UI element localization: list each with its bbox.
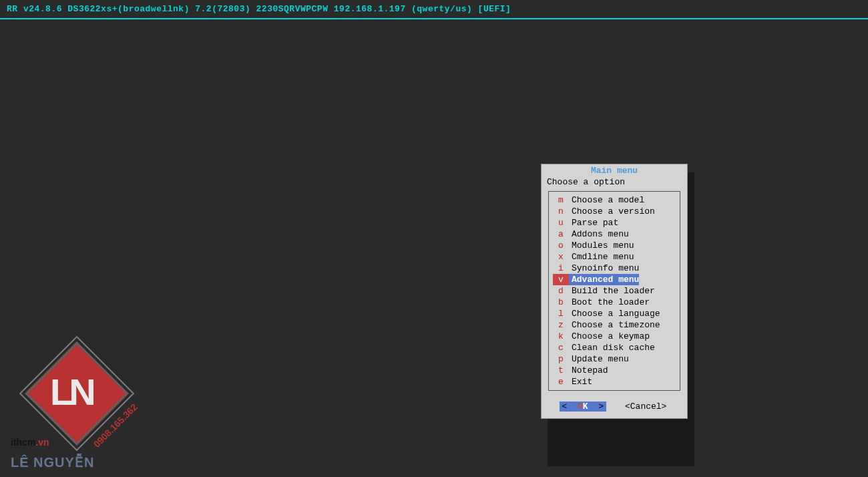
menu-item-label: Advanced menu <box>569 274 639 285</box>
ok-arrow-left-icon: < <box>562 402 578 412</box>
menu-item-label: Boot the loader <box>569 297 650 308</box>
menu-item-label: Modules menu <box>569 240 634 251</box>
menu-item-label: Synoinfo menu <box>569 263 639 274</box>
menu-item-key: b <box>553 297 569 308</box>
menu-item-p[interactable]: pUpdate menu <box>549 353 680 365</box>
dialog-title: Main menu <box>541 164 687 177</box>
main-menu-dialog: Main menu Choose a option mChoose a mode… <box>541 164 688 419</box>
menu-item-k[interactable]: kChoose a keymap <box>549 331 680 342</box>
menu-item-t[interactable]: tNotepad <box>549 365 680 376</box>
menu-item-key: t <box>553 365 569 376</box>
menu-item-key: m <box>553 194 569 206</box>
watermark-logo: LN ithcm.vn 0908.165.362 LÊ NGUYỄN <box>7 343 127 470</box>
menu-item-v[interactable]: vAdvanced menu <box>549 274 680 285</box>
menu-item-key: i <box>553 263 569 274</box>
menu-item-key: n <box>553 206 569 217</box>
menu-item-label: Addons menu <box>569 228 629 240</box>
menu-item-key: x <box>553 251 569 263</box>
menu-item-b[interactable]: bBoot the loader <box>549 297 680 308</box>
menu-item-label: Choose a timezone <box>569 319 660 331</box>
menu-item-c[interactable]: cClean disk cache <box>549 342 680 353</box>
menu-item-label: Build the loader <box>569 285 655 297</box>
dialog-button-row: < OK > <Cancel> <box>541 396 687 418</box>
menu-item-key: z <box>553 319 569 331</box>
watermark-name: LÊ NGUYỄN <box>11 454 94 470</box>
ok-button[interactable]: < OK > <box>560 402 606 412</box>
ok-arrow-right-icon: > <box>588 402 604 412</box>
menu-item-m[interactable]: mChoose a model <box>549 194 680 206</box>
menu-item-d[interactable]: dBuild the loader <box>549 285 680 297</box>
menu-item-u[interactable]: uParse pat <box>549 217 680 228</box>
header-status-line: RR v24.8.6 DS3622xs+(broadwellnk) 7.2(72… <box>0 0 868 19</box>
menu-item-label: Choose a keymap <box>569 331 650 342</box>
menu-item-key: d <box>553 285 569 297</box>
menu-item-label: Update menu <box>569 353 629 365</box>
cancel-button[interactable]: <Cancel> <box>622 402 669 412</box>
menu-item-label: Cmdline menu <box>569 251 634 263</box>
menu-item-key: c <box>553 342 569 353</box>
menu-item-key: e <box>553 376 569 387</box>
menu-item-label: Notepad <box>569 365 608 376</box>
menu-item-l[interactable]: lChoose a language <box>549 308 680 319</box>
menu-item-key: p <box>553 353 569 365</box>
menu-item-o[interactable]: oModules menu <box>549 240 680 251</box>
watermark-letters: LN <box>50 370 92 414</box>
menu-item-label: Clean disk cache <box>569 342 655 353</box>
menu-item-label: Exit <box>569 376 592 387</box>
menu-item-z[interactable]: zChoose a timezone <box>549 319 680 331</box>
menu-item-a[interactable]: aAddons menu <box>549 228 680 240</box>
menu-item-key: u <box>553 217 569 228</box>
menu-item-x[interactable]: xCmdline menu <box>549 251 680 263</box>
menu-item-label: Parse pat <box>569 217 618 228</box>
menu-item-key: l <box>553 308 569 319</box>
menu-item-label: Choose a model <box>569 194 644 206</box>
menu-item-key: k <box>553 331 569 342</box>
menu-item-i[interactable]: iSynoinfo menu <box>549 263 680 274</box>
dialog-prompt: Choose a option <box>541 177 687 190</box>
menu-item-key: o <box>553 240 569 251</box>
menu-item-label: Choose a version <box>569 206 655 217</box>
menu-item-e[interactable]: eExit <box>549 376 680 387</box>
menu-item-label: Choose a language <box>569 308 660 319</box>
menu-item-key: a <box>553 228 569 240</box>
menu-item-n[interactable]: nChoose a version <box>549 206 680 217</box>
watermark-site: ithcm.vn <box>11 437 49 448</box>
menu-item-key: v <box>553 274 569 285</box>
menu-listbox: mChoose a modelnChoose a versionuParse p… <box>548 191 680 391</box>
